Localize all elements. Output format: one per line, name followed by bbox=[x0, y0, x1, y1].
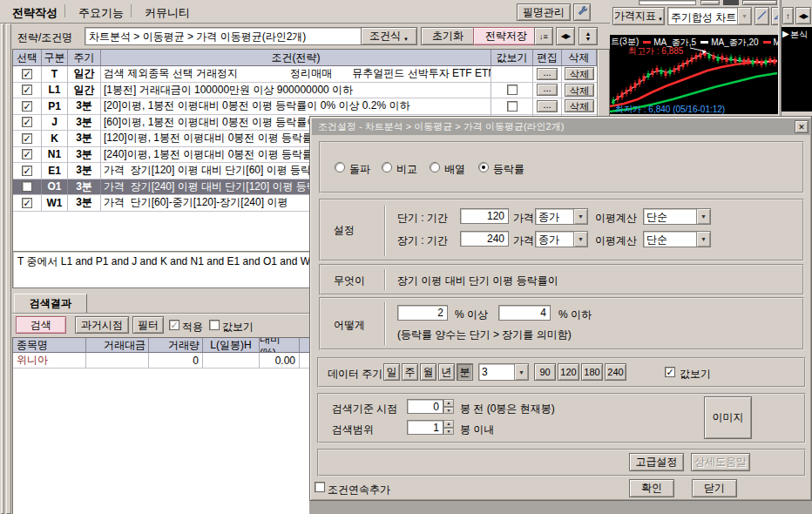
horizontal-arrows-button[interactable]: ◀▶ bbox=[556, 27, 575, 45]
radio-3[interactable] bbox=[430, 162, 440, 172]
long-price-select[interactable]: 종가▼ bbox=[535, 231, 588, 247]
row-select-checkbox[interactable]: ✓ bbox=[22, 101, 32, 112]
expand-arrows-button[interactable]: ◀▶ bbox=[795, 7, 811, 24]
dialog-value-view-checkbox[interactable]: ✓ bbox=[665, 367, 675, 377]
row-select-checkbox[interactable]: ✓ bbox=[22, 149, 32, 159]
apply-label: 적용 bbox=[182, 320, 203, 335]
row-select-checkbox[interactable]: ✓ bbox=[22, 133, 32, 144]
splitter-bar[interactable] bbox=[1, 24, 4, 514]
apply-checkbox[interactable]: ✓ bbox=[169, 320, 179, 330]
period-unit-button[interactable]: 월 bbox=[420, 363, 436, 381]
long-period-input[interactable]: 240 bbox=[460, 231, 509, 247]
short-calc-select[interactable]: 단순▼ bbox=[643, 208, 711, 225]
sort-icon-button[interactable]: ↓≡ bbox=[534, 27, 553, 45]
radio-2[interactable] bbox=[382, 162, 392, 172]
spin-up-icon[interactable]: ▲ bbox=[443, 399, 454, 407]
dialog-close-button[interactable]: ✕ bbox=[795, 120, 809, 133]
chevron-down-icon[interactable]: ▼ bbox=[573, 209, 587, 224]
strategy-table-row[interactable]: ✓T일간검색 제외종목 선택 거래정지 정리매매 뮤추얼펀드 선박투자 ETF … bbox=[13, 66, 597, 83]
row-select-checkbox[interactable]: ✓ bbox=[22, 69, 32, 79]
short-price-select[interactable]: 종가▼ bbox=[535, 208, 588, 225]
condition-expression-button[interactable]: 조건식▼ bbox=[361, 27, 417, 45]
delete-button[interactable]: 삭제 bbox=[565, 99, 594, 112]
composite-chart-combo[interactable]: 주기합성 차트 ▼ bbox=[667, 7, 752, 25]
edit-button[interactable]: ... bbox=[537, 100, 558, 112]
value-view-checkbox[interactable] bbox=[209, 320, 220, 330]
short-period-input[interactable]: 120 bbox=[460, 208, 509, 224]
pen-name-manage-button[interactable]: 필명관리 bbox=[517, 3, 571, 21]
strategy-path-input[interactable]: 차트분석 > 이동평균 > 가격 이동평균(라인2개) bbox=[85, 27, 362, 45]
menu-strategy-write[interactable]: 전략작성 bbox=[12, 5, 58, 21]
tab-search-results[interactable]: 검색결과 bbox=[14, 294, 87, 314]
edit-button[interactable]: ... bbox=[537, 84, 558, 96]
period-unit-button[interactable]: 년 bbox=[438, 363, 455, 381]
period-preset-button[interactable]: 180 bbox=[581, 363, 603, 381]
radio-4[interactable] bbox=[478, 162, 489, 172]
search-range-input[interactable]: 1 bbox=[407, 420, 443, 435]
spin-down-icon[interactable]: ▼ bbox=[443, 428, 454, 436]
wrench-icon-button[interactable] bbox=[573, 3, 591, 21]
advanced-settings-button[interactable]: 고급설정 bbox=[629, 453, 684, 471]
price-indicator-button[interactable]: 가격지표▼ bbox=[612, 7, 665, 25]
past-point-button[interactable]: 과거시점 bbox=[75, 316, 129, 334]
reset-button[interactable]: 초기화 bbox=[421, 27, 475, 45]
spin-up-icon[interactable]: ▲ bbox=[443, 420, 454, 428]
spin-down-icon[interactable]: ▼ bbox=[443, 407, 454, 415]
row-select-checkbox[interactable]: ✓ bbox=[22, 85, 32, 95]
delete-button[interactable]: 삭제 bbox=[565, 84, 594, 97]
search-button[interactable]: 검색 bbox=[16, 316, 66, 334]
min-percent-input[interactable]: 2 bbox=[397, 305, 448, 321]
what-label: 무엇이 bbox=[334, 274, 365, 288]
close-icon: ✕ bbox=[798, 123, 805, 132]
period-preset-button[interactable]: 90 bbox=[534, 363, 556, 381]
minute-select[interactable]: 3▼ bbox=[478, 363, 529, 381]
collapse-up-button[interactable]: ↑ bbox=[782, 7, 794, 24]
row-select-checkbox[interactable]: ✓ bbox=[22, 166, 32, 176]
row-value-view-checkbox[interactable] bbox=[507, 85, 518, 95]
continuous-add-checkbox[interactable] bbox=[315, 482, 325, 492]
divider bbox=[384, 302, 385, 345]
period-preset-button[interactable]: 240 bbox=[605, 363, 626, 381]
menu-main-functions[interactable]: 주요기능 bbox=[78, 5, 124, 21]
chevron-down-icon[interactable]: ▼ bbox=[737, 8, 751, 24]
search-base-input[interactable]: 0 bbox=[407, 399, 443, 414]
row-select-checkbox[interactable]: ✓ bbox=[22, 117, 32, 127]
splitter-bar[interactable] bbox=[6, 24, 11, 514]
result-cell bbox=[203, 353, 260, 368]
candlestick-chart[interactable]: 트(3분)MA_종가,5MA_종가,20MA 최고가 : 6,885 최저가 :… bbox=[610, 35, 778, 114]
ok-button[interactable]: 확인 bbox=[629, 479, 674, 497]
save-strategy-button[interactable]: 전략저장 bbox=[473, 27, 539, 45]
close-button[interactable]: 닫기 bbox=[692, 479, 737, 497]
long-calc-select[interactable]: 단순▼ bbox=[643, 231, 711, 247]
period-unit-button[interactable]: 일 bbox=[383, 363, 400, 381]
radio-1[interactable] bbox=[335, 162, 345, 172]
filter-button[interactable]: 필터 bbox=[132, 316, 164, 334]
period-unit-button[interactable]: 분 bbox=[457, 363, 473, 381]
search-base-spinner[interactable]: ▲▼ bbox=[443, 399, 454, 414]
row-select-checkbox[interactable]: ✓ bbox=[22, 198, 32, 208]
period-unit-button[interactable]: 주 bbox=[402, 363, 418, 381]
chevron-down-icon[interactable]: ▼ bbox=[696, 209, 710, 224]
delete-button[interactable]: 삭제 bbox=[565, 67, 594, 80]
image-button[interactable]: 이미지 bbox=[704, 396, 752, 439]
strategy-table-row[interactable]: ✓P13분[20]이평, 1봉전 이평대비 0봉전 이평 등락률이 0% 이상 … bbox=[13, 98, 597, 115]
dialog-titlebar[interactable]: 조건설정 - 차트분석 > 이동평균 > 가격 이동평균(라인2개) ✕ bbox=[312, 118, 811, 135]
period-preset-button[interactable]: 120 bbox=[558, 363, 579, 381]
dialog-title: 조건설정 - 차트분석 > 이동평균 > 가격 이동평균(라인2개) bbox=[318, 120, 564, 133]
edit-button[interactable]: ... bbox=[537, 68, 558, 80]
row-value-view-checkbox[interactable] bbox=[507, 101, 518, 112]
legend-marker-icon bbox=[763, 41, 771, 44]
chevron-down-icon[interactable]: ▼ bbox=[696, 232, 710, 247]
trendline-tool-button[interactable] bbox=[754, 7, 769, 25]
chevron-down-icon[interactable]: ▼ bbox=[514, 364, 528, 380]
vertical-arrows-button[interactable]: ▲▼ bbox=[579, 27, 598, 45]
row-select-checkbox[interactable]: ✓ bbox=[22, 181, 32, 192]
chevron-down-icon[interactable]: ▼ bbox=[573, 232, 587, 247]
angle-tool-button[interactable] bbox=[771, 7, 778, 25]
menu-community[interactable]: 커뮤니티 bbox=[145, 5, 190, 21]
strategy-table-row[interactable]: ✓L1일간[1봉전] 거래대금이 100000만원 이상 900000000 이… bbox=[13, 83, 597, 99]
detailed-help-button[interactable]: 상세도움말 bbox=[691, 453, 750, 471]
search-range-spinner[interactable]: ▲▼ bbox=[443, 420, 454, 435]
max-percent-input[interactable]: 4 bbox=[498, 305, 551, 321]
results-table-row[interactable]: 위니아00.00 bbox=[13, 353, 352, 369]
